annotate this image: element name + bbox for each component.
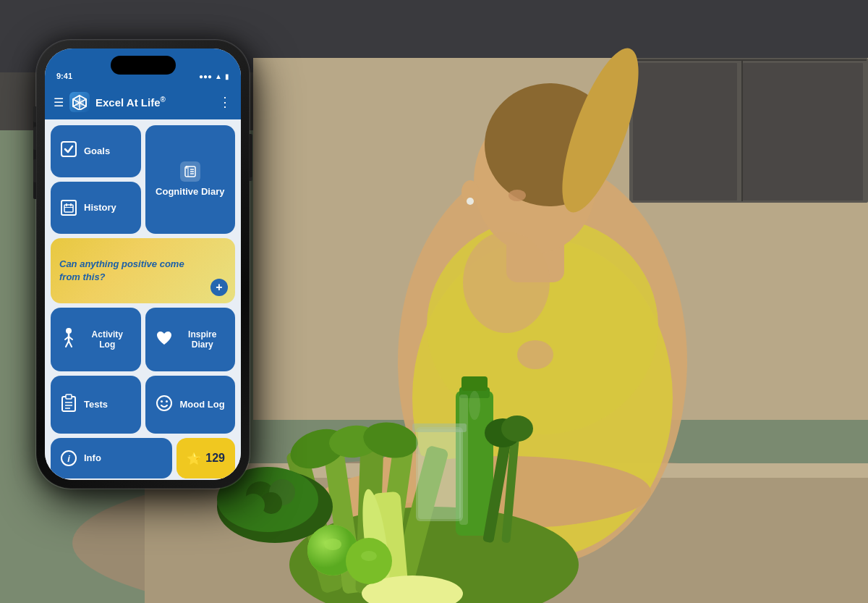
wifi-icon: ▲ [215,72,222,80]
app-title: Excel At Life® [95,96,213,109]
svg-point-49 [361,551,377,561]
svg-rect-84 [66,395,72,399]
points-count: 129 [205,452,225,465]
more-options-icon[interactable]: ⋮ [218,94,232,110]
battery-icon: ▮ [225,72,229,80]
quote-card[interactable]: Can anything positive come from this? + [51,238,235,303]
svg-rect-7 [633,63,737,201]
power-button [250,141,252,181]
tests-tile[interactable]: Tests [51,376,141,434]
cognitive-diary-tile[interactable]: Cognitive Diary [145,125,236,234]
bottom-bar: i Info ⭐ 129 [51,438,235,478]
history-calendar-icon [61,200,77,216]
cognitive-diary-icon [180,161,200,182]
quote-text: Can anything positive come from this? [59,258,226,283]
logo-svg [72,94,88,110]
dynamic-island [111,56,176,75]
points-star-icon: ⭐ [187,452,201,465]
first-row: Goals H [51,125,235,234]
menu-icon[interactable]: ☰ [54,96,64,109]
history-tile[interactable]: History [51,182,141,234]
goals-check-icon [61,141,77,157]
status-icons: ●●● ▲ ▮ [199,72,229,80]
svg-rect-56 [418,429,461,519]
svg-point-89 [161,400,163,402]
tests-label: Tests [84,399,108,410]
svg-rect-67 [64,205,73,212]
third-row: Tests Mood Log [51,376,235,434]
activity-log-label: Activity Log [84,329,131,350]
tests-clipboard-icon [61,394,77,416]
silent-switch [33,106,36,122]
info-label: Info [84,452,101,464]
second-row: Activity Log Inspire Diary [51,308,235,371]
phone-screen: 9:41 ●●● ▲ ▮ ☰ [45,49,241,480]
svg-point-26 [463,232,550,333]
svg-point-20 [509,190,526,201]
svg-point-54 [469,391,480,420]
goals-label: Goals [84,146,110,157]
svg-point-48 [324,539,341,550]
svg-point-15 [517,340,553,369]
phone-outer: 9:41 ●●● ▲ ▮ ☰ [36,40,250,489]
inspire-diary-label: Inspire Diary [180,329,226,350]
svg-point-88 [157,396,171,410]
goals-tile[interactable]: Goals [51,125,141,177]
walking-person-svg [61,328,77,348]
volume-up-button [33,127,36,150]
svg-rect-52 [461,376,488,391]
svg-rect-8 [743,63,863,201]
left-stack: Goals H [51,125,141,234]
volume-down-button [33,159,36,182]
points-badge[interactable]: ⭐ 129 [176,438,235,478]
mood-log-label: Mood Log [180,399,225,410]
inspire-diary-heart-icon [156,330,173,349]
activity-log-icon [61,328,77,351]
mood-log-tile[interactable]: Mood Log [145,376,236,434]
app-content: Goals H [45,119,241,480]
app-logo [69,92,90,112]
smiley-svg [156,395,173,412]
cognitive-diary-label: Cognitive Diary [156,186,224,198]
info-circle-icon: i [61,450,77,466]
mood-log-emoji-icon [156,395,173,415]
svg-line-81 [66,341,69,347]
svg-point-44 [242,494,265,517]
signal-icon: ●●● [199,72,212,80]
info-tile[interactable]: i Info [51,438,172,478]
clipboard-svg [61,394,77,413]
status-time: 9:41 [56,72,72,80]
svg-point-61 [501,416,533,442]
svg-line-82 [69,341,72,347]
svg-rect-6 [741,59,743,201]
inspire-diary-tile[interactable]: Inspire Diary [145,308,236,371]
quote-plus-button[interactable]: + [210,279,228,296]
activity-log-tile[interactable]: Activity Log [51,308,141,371]
svg-point-22 [467,198,474,205]
svg-point-90 [166,400,168,402]
heart-svg [156,330,173,346]
phone-container: 9:41 ●●● ▲ ▮ ☰ [36,40,250,489]
svg-rect-57 [412,423,467,432]
svg-rect-5 [629,59,867,61]
app-header: ☰ Excel At Life® ⋮ [45,85,241,119]
history-label: History [84,202,116,214]
